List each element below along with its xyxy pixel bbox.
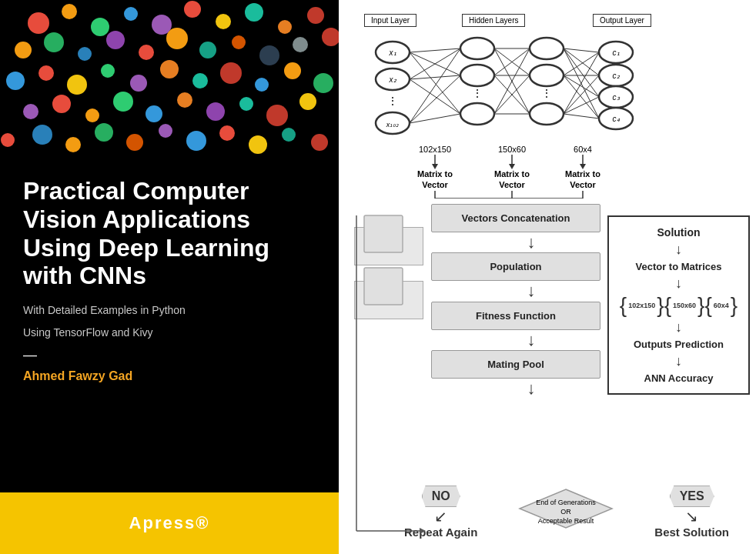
svg-point-52 — [311, 134, 328, 151]
book-divider: — — [23, 347, 316, 363]
svg-point-11 — [44, 32, 64, 52]
best-label: Best Solution — [654, 526, 729, 539]
svg-text:c₄: c₄ — [613, 115, 621, 123]
svg-point-42 — [1, 133, 15, 147]
svg-point-5 — [184, 1, 201, 18]
svg-point-36 — [146, 105, 162, 122]
bottom-flow: NO ↙ Repeat Again End of Generations OR … — [385, 486, 748, 539]
svg-point-67 — [530, 103, 564, 125]
svg-point-65 — [530, 65, 564, 86]
no-branch: NO ↙ Repeat Again — [404, 486, 477, 539]
svg-point-26 — [160, 60, 179, 78]
svg-point-46 — [126, 134, 143, 151]
svg-point-13 — [106, 31, 125, 49]
svg-point-38 — [206, 102, 225, 121]
svg-line-78 — [410, 52, 460, 114]
svg-point-0 — [28, 12, 49, 34]
svg-point-60 — [460, 38, 494, 59]
population-box: Population — [431, 252, 600, 281]
svg-text:Vector: Vector — [570, 180, 596, 189]
svg-text:Vector: Vector — [422, 180, 448, 189]
svg-text:Matrix to: Matrix to — [494, 169, 530, 179]
svg-line-84 — [410, 114, 460, 123]
no-label: NO — [422, 486, 460, 507]
svg-point-44 — [65, 137, 81, 152]
matrices-row: { 102x150 } { 150x60 } { 60x4 } — [620, 295, 738, 316]
left-flow-box — [354, 227, 423, 265]
book-cover: Practical Computer Vision Applications U… — [0, 0, 339, 554]
svg-point-37 — [177, 92, 192, 108]
svg-text:Vector: Vector — [499, 180, 525, 189]
svg-point-21 — [6, 72, 25, 90]
solution-arrow2: ↓ — [675, 275, 682, 292]
no-arrow: ↙ — [434, 507, 447, 526]
svg-text:150x60: 150x60 — [498, 145, 526, 154]
svg-line-100 — [564, 75, 599, 97]
svg-point-45 — [95, 123, 113, 142]
svg-marker-114 — [580, 164, 586, 169]
yes-label: YES — [670, 486, 714, 507]
book-text-area: Practical Computer Vision Applications U… — [0, 162, 339, 414]
svg-text:x₁₀₂: x₁₀₂ — [386, 121, 400, 128]
svg-point-12 — [78, 47, 92, 61]
publisher-strip: Apress® — [0, 492, 339, 554]
svg-point-35 — [113, 92, 133, 112]
svg-point-39 — [239, 97, 253, 111]
svg-point-30 — [284, 62, 301, 79]
svg-text:c₃: c₃ — [613, 93, 621, 102]
svg-point-23 — [67, 75, 87, 95]
book-subtitle-line2: Using TensorFlow and Kivy — [23, 325, 316, 341]
svg-point-41 — [299, 93, 316, 110]
repeat-label: Repeat Again — [404, 526, 477, 539]
svg-point-48 — [186, 131, 206, 151]
svg-point-34 — [85, 108, 99, 122]
solution-title: Solution — [657, 226, 701, 239]
yes-arrow: ↘ — [685, 507, 698, 526]
svg-point-19 — [293, 37, 308, 52]
main-flowchart: Vectors Concatenation ↓ Population ↓ Fit… — [431, 204, 631, 399]
svg-point-10 — [15, 42, 32, 58]
svg-point-43 — [32, 125, 52, 145]
arrow-1: ↓ — [431, 232, 631, 252]
svg-line-80 — [410, 75, 460, 79]
svg-point-25 — [130, 75, 147, 92]
vector-to-matrices: Vector to Matrices — [636, 261, 722, 272]
svg-point-63 — [460, 103, 494, 125]
svg-point-6 — [216, 14, 231, 29]
svg-marker-110 — [432, 164, 438, 169]
fitness-box: Fitness Function — [431, 302, 600, 330]
svg-line-76 — [410, 48, 460, 52]
svg-point-20 — [322, 28, 339, 46]
vectors-concat-box: Vectors Concatenation — [431, 204, 600, 232]
svg-point-17 — [232, 35, 246, 49]
svg-point-8 — [278, 20, 292, 34]
dots-decoration — [0, 0, 339, 162]
solution-panel: Solution ↓ Vector to Matrices ↓ { 102x15… — [607, 215, 750, 395]
svg-line-82 — [410, 48, 460, 123]
svg-point-40 — [266, 105, 288, 126]
svg-point-32 — [23, 104, 38, 119]
svg-point-22 — [38, 65, 54, 81]
left-flow-box2 — [354, 281, 423, 319]
arrow-3: ↓ — [431, 330, 631, 350]
svg-point-15 — [166, 28, 188, 49]
book-subtitle-line1: With Detailed Examples in Python — [23, 302, 316, 319]
solution-arrow4: ↓ — [675, 353, 682, 369]
svg-point-24 — [101, 64, 115, 78]
svg-point-29 — [255, 78, 269, 92]
svg-text:60x4: 60x4 — [574, 145, 592, 154]
publisher-logo: Apress® — [129, 513, 210, 533]
dim-1: 102x150 — [627, 302, 657, 309]
book-title: Practical Computer Vision Applications U… — [23, 177, 316, 290]
solution-arrow1: ↓ — [675, 242, 682, 258]
svg-point-51 — [282, 128, 296, 142]
svg-point-14 — [139, 45, 154, 60]
svg-point-50 — [249, 135, 267, 154]
svg-point-2 — [91, 18, 109, 36]
svg-text:Acceptable Result: Acceptable Result — [538, 517, 594, 525]
svg-point-16 — [199, 42, 216, 58]
svg-point-7 — [245, 3, 263, 22]
bracket-left-3: { — [704, 295, 711, 316]
svg-point-1 — [62, 4, 77, 19]
end-gen-area: End of Generations OR Acceptable Result — [516, 486, 616, 532]
